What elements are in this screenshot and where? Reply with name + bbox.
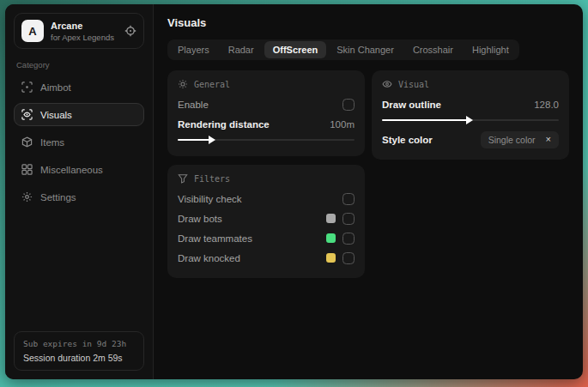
sidebar-item-aimbot[interactable]: Aimbot bbox=[14, 76, 144, 99]
slider-fill bbox=[178, 139, 213, 142]
sidebar-item-settings[interactable]: Settings bbox=[14, 185, 144, 209]
sidebar: A Arcane for Apex Legends Category Aimbo bbox=[5, 4, 154, 379]
draw-bots-row: Draw bots bbox=[178, 209, 355, 228]
tab-skin-changer[interactable]: Skin Changer bbox=[328, 41, 403, 58]
style-color-select[interactable]: Single color × bbox=[481, 131, 559, 148]
visibility-check-checkbox[interactable] bbox=[342, 193, 355, 205]
draw-outline-slider[interactable] bbox=[382, 115, 559, 124]
draw-teammates-color-swatch[interactable] bbox=[326, 233, 336, 243]
style-color-label: Style color bbox=[382, 135, 474, 145]
funnel-icon bbox=[178, 173, 188, 184]
page-title: Visuals bbox=[167, 16, 569, 29]
sidebar-item-miscellaneous[interactable]: Miscellaneous bbox=[14, 158, 144, 181]
draw-knocked-row: Draw knocked bbox=[178, 248, 355, 268]
tab-radar[interactable]: Radar bbox=[220, 41, 263, 58]
visibility-check-label: Visibility check bbox=[178, 194, 336, 204]
right-column: Visual Draw outline 128.0 Style color bbox=[372, 70, 569, 160]
slider-thumb[interactable] bbox=[466, 116, 473, 124]
sidebar-item-visuals[interactable]: Visuals bbox=[14, 103, 144, 126]
enable-label: Enable bbox=[178, 100, 336, 110]
draw-bots-label: Draw bots bbox=[178, 214, 319, 224]
draw-knocked-label: Draw knocked bbox=[178, 253, 319, 263]
sub-expires-text: Sub expires in 9d 23h bbox=[23, 339, 135, 348]
draw-outline-label: Draw outline bbox=[382, 100, 527, 110]
general-panel-header: General bbox=[178, 79, 355, 89]
rendering-distance-slider[interactable] bbox=[178, 135, 355, 144]
main-content: Visuals Players Radar OffScreen Skin Cha… bbox=[154, 4, 583, 379]
app-subtitle: for Apex Legends bbox=[51, 33, 118, 42]
draw-teammates-checkbox[interactable] bbox=[342, 233, 355, 245]
brand-card: A Arcane for Apex Legends bbox=[14, 13, 144, 49]
general-panel-title: General bbox=[194, 80, 230, 89]
sidebar-item-label: Miscellaneous bbox=[40, 165, 103, 175]
eye-icon bbox=[382, 79, 392, 89]
visual-panel: Visual Draw outline 128.0 Style color bbox=[372, 70, 569, 160]
general-panel: General Enable Rendering distance 100m bbox=[167, 70, 365, 156]
tab-highlight[interactable]: Highlight bbox=[464, 41, 518, 58]
style-color-row: Style color Single color × bbox=[382, 130, 559, 149]
tab-offscreen[interactable]: OffScreen bbox=[264, 41, 327, 58]
app-logo: A bbox=[21, 20, 44, 42]
slider-thumb[interactable] bbox=[209, 136, 215, 144]
draw-outline-row: Draw outline 128.0 bbox=[382, 94, 559, 114]
rendering-distance-row: Rendering distance 100m bbox=[178, 114, 355, 134]
category-label: Category bbox=[16, 60, 142, 70]
box-icon bbox=[21, 136, 33, 148]
session-duration-text: Session duration 2m 59s bbox=[23, 353, 135, 363]
sidebar-item-items[interactable]: Items bbox=[14, 130, 144, 154]
filters-panel-header: Filters bbox=[178, 173, 355, 184]
sidebar-item-label: Aimbot bbox=[40, 82, 71, 93]
subscription-card: Sub expires in 9d 23h Session duration 2… bbox=[14, 331, 144, 371]
draw-bots-checkbox[interactable] bbox=[342, 213, 355, 225]
enable-checkbox[interactable] bbox=[342, 99, 355, 111]
filters-panel: Filters Visibility check Draw bots Draw … bbox=[167, 165, 365, 278]
eye-scan-icon bbox=[21, 109, 33, 120]
crosshair-target-icon[interactable] bbox=[124, 25, 136, 37]
draw-teammates-label: Draw teammates bbox=[178, 233, 319, 244]
rendering-distance-value: 100m bbox=[330, 119, 355, 130]
sun-icon bbox=[178, 79, 188, 89]
visual-panel-title: Visual bbox=[398, 80, 429, 89]
app-window: A Arcane for Apex Legends Category Aimbo bbox=[5, 4, 583, 379]
brand-text: Arcane for Apex Legends bbox=[51, 21, 118, 42]
tab-players[interactable]: Players bbox=[169, 41, 218, 58]
tab-bar: Players Radar OffScreen Skin Changer Cro… bbox=[167, 39, 519, 60]
sidebar-item-label: Items bbox=[40, 137, 64, 148]
visibility-check-row: Visibility check bbox=[178, 189, 355, 209]
draw-knocked-color-swatch[interactable] bbox=[326, 253, 336, 263]
clear-selection-icon[interactable]: × bbox=[546, 135, 551, 144]
draw-teammates-row: Draw teammates bbox=[178, 228, 355, 248]
draw-knocked-checkbox[interactable] bbox=[342, 252, 355, 264]
gear-icon bbox=[21, 191, 33, 203]
aim-target-icon bbox=[21, 82, 33, 93]
style-color-selected-value: Single color bbox=[488, 135, 536, 145]
visual-panel-header: Visual bbox=[382, 79, 559, 89]
draw-bots-color-swatch[interactable] bbox=[326, 214, 336, 223]
draw-outline-value: 128.0 bbox=[534, 100, 559, 110]
sidebar-item-label: Settings bbox=[40, 192, 76, 203]
sidebar-item-label: Visuals bbox=[40, 110, 72, 120]
enable-row: Enable bbox=[178, 94, 355, 114]
panels-area: General Enable Rendering distance 100m bbox=[167, 70, 569, 278]
left-column: General Enable Rendering distance 100m bbox=[167, 70, 365, 278]
grid-icon bbox=[21, 164, 33, 175]
tab-crosshair[interactable]: Crosshair bbox=[404, 41, 462, 58]
rendering-distance-label: Rendering distance bbox=[178, 119, 323, 130]
slider-fill bbox=[382, 119, 470, 122]
app-title: Arcane bbox=[51, 21, 118, 31]
filters-panel-title: Filters bbox=[194, 174, 230, 184]
